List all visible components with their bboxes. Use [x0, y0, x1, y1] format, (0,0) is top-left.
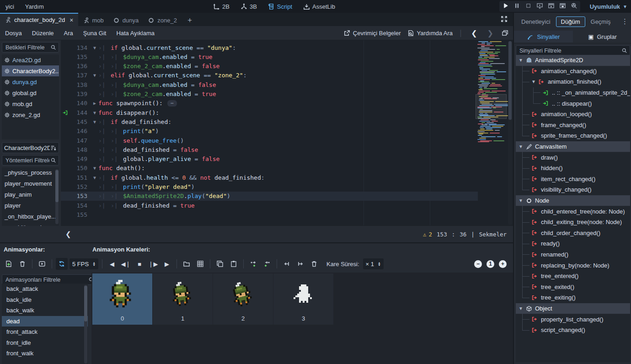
- fold-toggle[interactable]: ▼: [91, 175, 98, 180]
- signal-item[interactable]: child_exiting_tree(node: Node): [516, 217, 630, 228]
- method-item[interactable]: player: [2, 200, 59, 211]
- method-item[interactable]: _physics_process: [2, 167, 59, 178]
- signal-category-AnimatedSprite2D[interactable]: ▼AnimatedSprite2D: [516, 55, 630, 66]
- autoplay-on-start-button[interactable]: [36, 258, 48, 270]
- code-line-148[interactable]: 148›|›|dead_finished = false: [61, 145, 476, 154]
- code-editor[interactable]: 134▼›|if global.current_scene == "dunya"…: [61, 40, 513, 226]
- animations-scrollbar[interactable]: [84, 285, 87, 364]
- code-line-138[interactable]: 138›|›|$dunya_cam.enabled = false: [61, 80, 476, 89]
- scripts-filter[interactable]: [2, 42, 59, 53]
- script-class-row[interactable]: CharacterBody2D: [2, 142, 59, 153]
- frame-duration-spinbox[interactable]: × 1▲▼: [363, 258, 384, 269]
- stop-button[interactable]: [525, 2, 532, 11]
- play-backwards-button[interactable]: ◀: [106, 258, 118, 270]
- code-line-137[interactable]: 137▼›|elif global.current_scene == "zone…: [61, 71, 476, 80]
- script-tab-character_body_2d[interactable]: character_body_2d×: [0, 13, 78, 26]
- spin-arrows-icon[interactable]: ▲▼: [378, 262, 381, 266]
- animation-item-front_idle[interactable]: front_idle: [2, 337, 88, 348]
- sort-methods-icon[interactable]: [50, 145, 57, 151]
- tab-history[interactable]: Geçmiş: [586, 17, 615, 27]
- add-frame-from-file-button[interactable]: [181, 258, 193, 270]
- methods-filter-input[interactable]: [5, 157, 50, 164]
- zoom-out-button[interactable]: −: [474, 260, 482, 268]
- signal-item[interactable]: item_rect_changed(): [516, 174, 630, 185]
- fold-toggle[interactable]: ▼: [91, 45, 98, 50]
- workspace-3b[interactable]: 3B: [237, 2, 261, 11]
- signal-item[interactable]: hidden(): [516, 163, 630, 174]
- script-item-Area2Dgd[interactable]: Area2D.gd: [2, 54, 59, 65]
- delete-animation-button[interactable]: [16, 258, 28, 270]
- distraction-free-button[interactable]: [501, 16, 508, 24]
- animation-item-front_attack[interactable]: front_attack: [2, 327, 88, 337]
- signal-item[interactable]: script_changed(): [516, 325, 630, 336]
- script-item-zone2gd[interactable]: zone_2.gd: [2, 109, 59, 120]
- paste-frame-button[interactable]: [228, 258, 240, 270]
- code-line-146[interactable]: 146›|›|print("a"): [61, 127, 476, 136]
- play-from-end-button[interactable]: ◀❘: [120, 258, 132, 270]
- fold-toggle[interactable]: ▼: [91, 119, 98, 124]
- play-custom-scene-button[interactable]: [559, 2, 566, 11]
- copy-frame-button[interactable]: [214, 258, 226, 270]
- signal-item[interactable]: child_order_changed(): [516, 228, 630, 239]
- code-line-149[interactable]: 149›|›|global.player_alive = false: [61, 155, 476, 164]
- move-frame-left-button[interactable]: [281, 258, 293, 270]
- fold-toggle[interactable]: ▼: [91, 166, 98, 171]
- code-line-144[interactable]: 144▼func disappear():: [61, 108, 476, 117]
- code-minimap[interactable]: [476, 41, 507, 224]
- script-tab-mob[interactable]: mob: [78, 14, 108, 26]
- code-line-152[interactable]: 152›|›|print("player dead"): [61, 182, 476, 192]
- code-line-140[interactable]: 140▶func spawnpoint():⋯: [61, 99, 476, 108]
- zoom-in-button[interactable]: +: [499, 260, 507, 268]
- search-help-button[interactable]: Yardımda Ara: [407, 30, 453, 37]
- signal-item[interactable]: sprite_frames_changed(): [516, 130, 630, 141]
- minimap-viewport[interactable]: [476, 94, 507, 119]
- stop-button[interactable]: ■: [134, 258, 145, 270]
- method-item[interactable]: play_anim: [2, 189, 59, 200]
- code-line-139[interactable]: 139›|›|$zone_2_cam.enabled = true: [61, 90, 476, 99]
- signal-item[interactable]: visibility_changed(): [516, 184, 630, 195]
- fold-toggle[interactable]: ▼: [91, 110, 98, 115]
- signal-category-Node[interactable]: ▼Node: [516, 195, 630, 207]
- warnings-badge[interactable]: ⚠ 2: [423, 231, 432, 238]
- scripts-filter-input[interactable]: [5, 44, 50, 51]
- animations-filter-input[interactable]: [5, 276, 88, 284]
- play-button[interactable]: [502, 2, 509, 11]
- online-docs-button[interactable]: Çevrimiçi Belgeler: [343, 30, 401, 37]
- pause-button[interactable]: [513, 2, 520, 11]
- code-line-150[interactable]: 150▼func death():: [61, 164, 476, 173]
- add-animation-button[interactable]: [3, 258, 15, 270]
- animation-item-dead[interactable]: dead: [2, 316, 88, 327]
- signal-item[interactable]: ▼animation_finished(): [516, 76, 630, 87]
- animation-item-back_idle[interactable]: back_idle: [2, 294, 88, 305]
- indent-type-label[interactable]: Sekmeler: [479, 231, 507, 238]
- tab-inspector[interactable]: Denetleyici: [517, 17, 555, 27]
- play-frames-button[interactable]: ▶: [161, 258, 173, 270]
- signal-item[interactable]: child_entered_tree(node: Node): [516, 206, 630, 217]
- signal-item[interactable]: ready(): [516, 238, 630, 249]
- method-item[interactable]: player_movement: [2, 178, 59, 189]
- method-item[interactable]: _on_hitbox_playe...: [2, 211, 59, 222]
- remote-debug-button[interactable]: [536, 2, 543, 11]
- code-line-151[interactable]: 151▼›|if global.health <= 0 && not dead_…: [61, 173, 476, 182]
- fold-toggle[interactable]: ▼: [91, 73, 98, 78]
- methods-scrollbar[interactable]: [55, 169, 59, 224]
- move-frame-right-button[interactable]: [294, 258, 306, 270]
- menu-edit[interactable]: Düzenle: [27, 30, 59, 37]
- code-line-134[interactable]: 134▼›|if global.current_scene == "dunya"…: [61, 43, 476, 52]
- collapse-scripts-panel-button[interactable]: ❮: [61, 230, 76, 238]
- signal-item[interactable]: animation_changed(): [516, 66, 630, 77]
- history-forward-button[interactable]: ❯: [486, 29, 495, 37]
- code-line-145[interactable]: 145▼›|if dead_finished:: [61, 117, 476, 126]
- signal-item[interactable]: tree_exited(): [516, 282, 630, 293]
- menu-item-help[interactable]: Yardım: [20, 3, 49, 10]
- code-line-147[interactable]: 147›|›|self.queue_free(): [61, 136, 476, 145]
- add-frames-from-sheet-button[interactable]: [194, 258, 206, 270]
- workspace-script[interactable]: Script: [264, 2, 296, 11]
- folded-code-ellipsis[interactable]: ⋯: [167, 100, 177, 107]
- signal-item[interactable]: tree_exiting(): [516, 292, 630, 303]
- animation-item-front_walk[interactable]: front_walk: [2, 348, 88, 359]
- play-scene-button[interactable]: [548, 2, 555, 11]
- script-tab-zone_2[interactable]: zone_2: [143, 14, 182, 26]
- spin-arrows-icon[interactable]: ▲▼: [92, 262, 96, 266]
- insert-frame-after-button[interactable]: [261, 258, 273, 270]
